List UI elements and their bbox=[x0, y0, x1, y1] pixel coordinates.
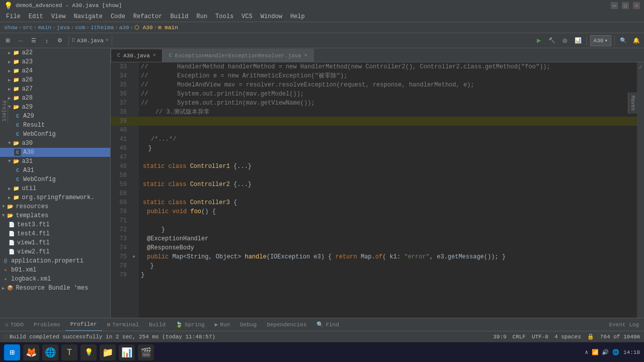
tab-exceptionhandler[interactable]: C ExceptionHandlerExceptionResolver.java… bbox=[163, 49, 314, 62]
sidebar-item-A30[interactable]: C A30 bbox=[0, 148, 110, 157]
toolbar-tree-btn[interactable]: ☰ bbox=[28, 35, 39, 46]
sidebar-item-logback[interactable]: ✦ logback.xml bbox=[0, 275, 110, 284]
toolbar-settings-btn[interactable]: ⚙ bbox=[54, 35, 65, 46]
bottom-tab-dependencies[interactable]: Dependencies bbox=[262, 318, 311, 331]
notifications-btn[interactable]: 🔔 bbox=[631, 35, 642, 46]
build-button[interactable]: 🔨 bbox=[546, 35, 557, 46]
chrome-icon[interactable]: 🌐 bbox=[42, 344, 58, 360]
bottom-tab-find[interactable]: 🔍 Find bbox=[311, 318, 344, 331]
menu-file[interactable]: File bbox=[2, 12, 25, 21]
menu-run[interactable]: Run bbox=[192, 12, 211, 21]
breadcrumb-method[interactable]: m main bbox=[158, 25, 178, 31]
intellij-icon[interactable]: 💡 bbox=[80, 344, 97, 360]
bottom-tab-debug[interactable]: Debug bbox=[235, 318, 262, 331]
vlc-icon[interactable]: 🎬 bbox=[138, 344, 154, 360]
breadcrumb-src[interactable]: src bbox=[23, 25, 33, 31]
dropdown-arrow: ▾ bbox=[604, 37, 608, 44]
run-button[interactable]: ▶ bbox=[533, 35, 544, 46]
powerpoint-icon[interactable]: 📊 bbox=[119, 344, 135, 360]
sidebar-item-b01xml[interactable]: ✦ b01.xml bbox=[0, 265, 110, 275]
code-line-41: /*...*/ bbox=[139, 135, 637, 144]
breadcrumb-class[interactable]: ⬡ A30 bbox=[134, 24, 152, 31]
project-tab[interactable]: Project bbox=[0, 99, 8, 124]
sidebar-item-A29[interactable]: C A29 bbox=[0, 112, 110, 121]
explorer-icon[interactable]: 📁 bbox=[100, 344, 116, 360]
sidebar-item-test3ftl[interactable]: 📄 test3.ftl bbox=[0, 220, 110, 229]
toolbar-dots-btn[interactable]: ··· bbox=[15, 35, 26, 46]
sidebar-item-a27[interactable]: ▶ 📁 a27 bbox=[0, 84, 110, 94]
breadcrumb-java[interactable]: java bbox=[56, 25, 69, 31]
a30-tab-close[interactable]: × bbox=[106, 38, 109, 43]
sidebar-item-WebConfig-a31[interactable]: C WebConfig bbox=[0, 175, 110, 184]
sidebar-item-test4ftl[interactable]: 📄 test4.ftl bbox=[0, 229, 110, 238]
tab-a30java[interactable]: C A30.java × bbox=[111, 49, 163, 62]
line-row-41: 41 bbox=[111, 135, 139, 144]
breadcrumb-itheima[interactable]: itheima bbox=[91, 25, 114, 31]
bottom-tab-profiler[interactable]: Profiler bbox=[65, 318, 102, 331]
menu-navigate[interactable]: Navigate bbox=[69, 12, 107, 21]
sidebar-item-view1ftl[interactable]: 📄 view1.ftl bbox=[0, 238, 110, 247]
sidebar-item-resources[interactable]: ▼ 📂 resources bbox=[0, 202, 110, 211]
maximize-button[interactable]: □ bbox=[622, 2, 629, 9]
breadcrumb-a30[interactable]: a30 bbox=[119, 25, 129, 31]
sidebar-item-app-properties[interactable]: @ application.properti bbox=[0, 256, 110, 265]
menu-build[interactable]: Build bbox=[166, 12, 192, 21]
sidebar-item-util[interactable]: ▶ 📁 util bbox=[0, 184, 110, 193]
bottom-tab-run[interactable]: ▶ Run bbox=[210, 318, 235, 331]
menu-code[interactable]: Code bbox=[107, 12, 129, 21]
status-message: Build completed successfully in 2 sec, 2… bbox=[10, 334, 215, 340]
sidebar-item-resource-bundle[interactable]: ▶ 📦 Resource Bundle 'mes bbox=[0, 284, 110, 293]
sidebar-item-a29[interactable]: ▼ 📂 a29 bbox=[0, 103, 110, 112]
sidebar-item-a22[interactable]: ▶ 📁 a22 bbox=[0, 48, 110, 57]
breadcrumb-main[interactable]: main bbox=[38, 25, 51, 31]
minimize-button[interactable]: ─ bbox=[611, 2, 618, 9]
coverage-button[interactable]: ◎ bbox=[559, 35, 571, 46]
maven-side-tab[interactable]: Maven bbox=[628, 93, 637, 114]
menu-edit[interactable]: Edit bbox=[25, 12, 47, 21]
sidebar-item-a26[interactable]: ▶ 📁 a26 bbox=[0, 75, 110, 84]
sidebar-item-a31[interactable]: ▼ 📂 a31 bbox=[0, 157, 110, 166]
sidebar-item-a28[interactable]: ▶ 📁 a28 bbox=[0, 94, 110, 103]
run-config-dropdown[interactable]: A30 ▾ bbox=[590, 35, 611, 46]
menu-tools[interactable]: Tools bbox=[211, 12, 237, 21]
sidebar-item-a23[interactable]: ▶ 📁 a23 bbox=[0, 57, 110, 66]
sidebar-item-view2ftl[interactable]: 📄 view2.ftl bbox=[0, 247, 110, 256]
bottom-tab-eventlog[interactable]: Event Log bbox=[604, 318, 644, 331]
menu-vcs[interactable]: VCS bbox=[237, 12, 257, 21]
toolbar-layout-btn[interactable]: ⊞ bbox=[2, 35, 13, 46]
sidebar-item-a24[interactable]: ▶ 📁 a24 bbox=[0, 66, 110, 75]
close-button[interactable]: ✕ bbox=[633, 2, 640, 9]
status-indent[interactable]: 4 spaces bbox=[554, 334, 581, 340]
a30-tab-label[interactable]: A30.java bbox=[77, 38, 104, 44]
breadcrumb-com[interactable]: com bbox=[75, 25, 85, 31]
status-position[interactable]: 39:9 bbox=[493, 334, 506, 340]
menu-refactor[interactable]: Refactor bbox=[129, 12, 167, 21]
toolbar-sort-btn[interactable]: ↕ bbox=[41, 35, 52, 46]
firefox-icon[interactable]: 🦊 bbox=[23, 344, 39, 360]
bottom-tab-problems[interactable]: Problems bbox=[29, 318, 65, 331]
menu-window[interactable]: Window bbox=[257, 12, 286, 21]
status-crlf[interactable]: CRLF bbox=[513, 334, 526, 340]
sidebar-item-templates[interactable]: ▼ 📂 templates bbox=[0, 211, 110, 220]
menu-help[interactable]: Help bbox=[286, 12, 309, 21]
breadcrumb-show[interactable]: show bbox=[4, 25, 17, 31]
sidebar-item-A31[interactable]: C A31 bbox=[0, 166, 110, 175]
search-everywhere-btn[interactable]: 🔍 bbox=[618, 35, 629, 46]
bottom-tab-spring[interactable]: 🍃 Spring bbox=[171, 318, 210, 331]
status-charset[interactable]: UTF-8 bbox=[532, 334, 548, 340]
sidebar-item-org-spring[interactable]: ▶ 📁 org.springframework. bbox=[0, 193, 110, 202]
tab-close-exception[interactable]: × bbox=[304, 53, 307, 58]
java-class-icon: C bbox=[14, 113, 21, 120]
tab-close-a30[interactable]: × bbox=[153, 53, 156, 58]
sidebar-item-Result[interactable]: C Result bbox=[0, 121, 110, 130]
text-icon[interactable]: T bbox=[61, 344, 77, 360]
sidebar-item-WebConfig-a29[interactable]: C WebConfig bbox=[0, 130, 110, 139]
bottom-tab-todo[interactable]: ☑ TODO bbox=[0, 318, 29, 331]
bottom-tab-build[interactable]: Build bbox=[144, 318, 171, 331]
code-content[interactable]: // HandlerMethod handlerMethod = new Han… bbox=[139, 62, 637, 318]
sidebar-item-a30[interactable]: ▼ 📂 a30 bbox=[0, 139, 110, 148]
start-button[interactable]: ⊞ bbox=[4, 344, 20, 360]
menu-view[interactable]: View bbox=[47, 12, 70, 21]
bottom-tab-terminal[interactable]: ⊞ Terminal bbox=[102, 318, 144, 331]
profile-button[interactable]: 📊 bbox=[573, 35, 584, 46]
